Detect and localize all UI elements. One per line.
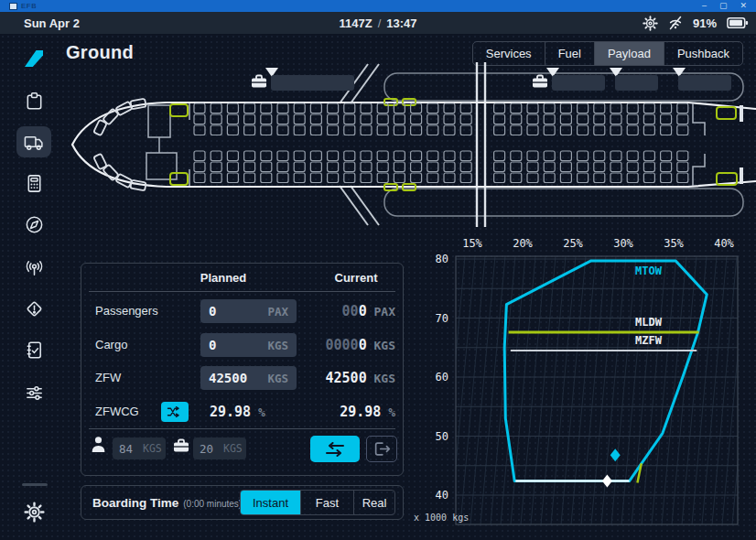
minimize-button[interactable]: – <box>702 0 707 12</box>
close-button[interactable]: ✕ <box>740 0 747 12</box>
shuffle-icon <box>167 405 183 418</box>
svg-text:25%: 25% <box>563 237 583 250</box>
cargo-station-input[interactable] <box>678 75 731 91</box>
sidebar-item-ground[interactable] <box>16 126 51 157</box>
statusbar: Sun Apr 2 1147Z/13:47 91% <box>0 12 756 34</box>
row-label-zfwcg: ZFWCG <box>95 405 139 418</box>
svg-text:40: 40 <box>436 489 448 502</box>
svg-text:MLDW: MLDW <box>635 316 663 329</box>
svg-text:MTOW: MTOW <box>635 265 663 277</box>
truck-icon <box>23 132 46 152</box>
passengers-input-box: PAX <box>200 299 297 323</box>
pax-weight-box: KGS <box>113 437 166 459</box>
bag-weight-box: KGS <box>193 437 246 459</box>
cockpit-windows <box>93 99 146 191</box>
row-label-cargo: Cargo <box>95 338 127 351</box>
os-titlebar: EFB – ▢ ✕ <box>0 0 756 12</box>
zfw-current: 42500 KGS <box>326 370 395 386</box>
column-header-planned: Planned <box>200 271 247 285</box>
checklist-icon <box>24 340 45 361</box>
svg-text:15%: 15% <box>462 237 482 250</box>
sliders-icon <box>24 383 45 404</box>
cg-envelope-chart: 15%20%25%30%35%40%8070605040x 1000 kgsMT… <box>412 231 756 540</box>
statusbar-clock: 1147Z/13:47 <box>0 16 756 30</box>
sidebar-item-navigation[interactable] <box>16 209 51 240</box>
cargo-station-input[interactable] <box>615 75 658 91</box>
brand-logo <box>23 49 45 69</box>
column-header-current: Current <box>335 271 378 285</box>
fuselage-outline <box>72 103 756 187</box>
divider <box>89 428 395 429</box>
exit-icon <box>373 440 391 458</box>
sidebar-item-performance[interactable] <box>16 167 51 199</box>
passengers-current: 000 PAX <box>342 303 395 319</box>
seat-grid[interactable] <box>194 103 688 183</box>
person-icon <box>91 436 106 453</box>
sidebar-divider <box>22 483 48 486</box>
maximize-button[interactable]: ▢ <box>719 0 728 12</box>
pax-weight-input[interactable] <box>119 442 137 456</box>
bag-weight-input[interactable] <box>200 442 218 456</box>
calculator-icon <box>24 173 45 194</box>
boarding-time-options: Instant Fast Real <box>240 490 395 515</box>
svg-text:70: 70 <box>436 312 448 325</box>
sidebar-item-dashboard[interactable] <box>16 85 51 116</box>
divider <box>89 291 395 292</box>
svg-text:50: 50 <box>436 430 448 443</box>
svg-text:x 1000 kgs: x 1000 kgs <box>414 513 469 523</box>
svg-text:40%: 40% <box>714 237 734 250</box>
svg-text:80: 80 <box>436 253 448 265</box>
svg-text:20%: 20% <box>513 237 533 250</box>
boarding-option-fast[interactable]: Fast <box>300 491 353 514</box>
svg-text:MZFW: MZFW <box>635 334 663 347</box>
cargo-input-box: KGS <box>200 333 297 357</box>
zfw-input[interactable] <box>209 371 260 385</box>
cargo-station-input[interactable] <box>271 75 354 91</box>
window-title: EFB <box>21 2 37 10</box>
sidebar-item-checklists[interactable] <box>16 334 51 365</box>
efb-app: Ground Services Fuel Payload Pushback <box>0 34 756 540</box>
svg-text:60: 60 <box>436 371 448 383</box>
board-transfer-button[interactable] <box>310 436 360 462</box>
cargo-station-input[interactable] <box>552 75 605 91</box>
wing-spar-lines <box>477 62 485 227</box>
boarding-option-real[interactable]: Real <box>353 491 394 514</box>
sidebar-item-settings[interactable] <box>16 496 51 527</box>
passengers-input[interactable] <box>209 304 260 319</box>
warning-diamond-icon <box>24 298 45 319</box>
sidebar-item-atc[interactable] <box>16 252 51 283</box>
clipboard-icon <box>24 91 45 112</box>
boarding-option-instant[interactable]: Instant <box>241 491 300 514</box>
boarding-time-label: Boarding Time(0:00 minutes) <box>92 496 242 510</box>
sidebar-item-failures[interactable] <box>16 293 51 324</box>
row-label-zfw: ZFW <box>95 371 121 384</box>
boarding-panel: Boarding Time(0:00 minutes) Instant Fast… <box>81 485 404 520</box>
compass-icon <box>24 214 45 235</box>
svg-text:30%: 30% <box>613 237 633 250</box>
sidebar-item-presets[interactable] <box>16 377 51 408</box>
cargo-input[interactable] <box>209 338 260 352</box>
zfwcg-planned: 29.98 % <box>210 404 265 420</box>
zfw-input-box: KGS <box>200 366 297 390</box>
row-label-passengers: Passengers <box>95 304 158 318</box>
payload-panel: Planned Current Passengers PAX 000 PAX C… <box>81 263 404 476</box>
antenna-icon <box>24 257 45 278</box>
gear-icon <box>24 502 45 523</box>
zfwcg-toggle-button[interactable] <box>161 402 189 422</box>
tail-bulkheads <box>740 105 743 184</box>
svg-text:35%: 35% <box>664 237 684 250</box>
cargo-current: 00000 KGS <box>326 337 395 353</box>
zfwcg-current: 29.98 % <box>340 404 395 420</box>
briefcase-icon <box>173 438 189 453</box>
deboard-button[interactable] <box>366 436 397 462</box>
boarding-time-sublabel: (0:00 minutes) <box>183 499 242 509</box>
swap-arrows-icon <box>323 442 347 457</box>
efb-window: EFB – ▢ ✕ Sun Apr 2 1147Z/13:47 91% <box>0 0 756 540</box>
window-app-icon <box>9 3 17 10</box>
